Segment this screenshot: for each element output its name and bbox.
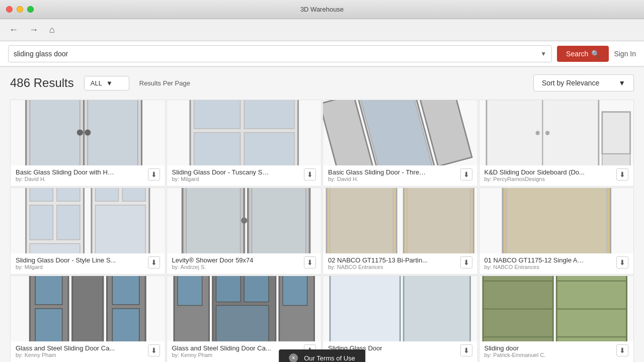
- download-button[interactable]: ⬇: [148, 256, 160, 268]
- download-button[interactable]: ⬇: [616, 344, 628, 356]
- item-info: Sliding Glass Door - Style Line S... by:…: [11, 253, 165, 274]
- svg-rect-33: [186, 188, 240, 253]
- terms-banner: × Our Terms of Use: [279, 349, 365, 362]
- item-author: by: Milgard: [16, 264, 148, 270]
- svg-rect-50: [35, 309, 62, 341]
- grid-item[interactable]: Basic Glass Sliding Door - Three ... by:…: [323, 100, 478, 187]
- svg-rect-29: [122, 188, 145, 202]
- results-header: 486 Results ALL ▼ Results Per Page Sort …: [10, 74, 634, 92]
- svg-point-35: [241, 218, 247, 224]
- search-input[interactable]: [14, 50, 540, 58]
- filter-dropdown[interactable]: ALL ▼: [84, 76, 129, 90]
- svg-rect-10: [244, 133, 294, 165]
- item-author: by: Andrzej S.: [172, 264, 304, 270]
- item-title: 02 NABCO GT1175-13 Bi-Partin...: [328, 256, 429, 264]
- grid-item[interactable]: Sliding Glass Door - Tuscany Ser... by: …: [167, 100, 322, 187]
- grid-item[interactable]: Sliding Glass Door - Style Line S... by:…: [10, 188, 166, 275]
- svg-point-5: [85, 130, 91, 136]
- svg-rect-59: [216, 305, 268, 341]
- grid-item[interactable]: 02 NABCO GT1175-13 Bi-Partin... by: NABC…: [323, 188, 478, 275]
- results-grid: Basic Glass Sliding Door with Ha... by: …: [10, 100, 634, 362]
- item-title: Glass and Steel Sliding Door Ca...: [172, 344, 273, 352]
- download-button[interactable]: ⬇: [148, 344, 160, 356]
- item-author: by: David H.: [16, 176, 148, 182]
- svg-rect-61: [282, 276, 307, 305]
- svg-rect-38: [330, 188, 393, 253]
- svg-rect-23: [30, 188, 53, 202]
- svg-point-20: [545, 131, 549, 135]
- svg-rect-34: [252, 188, 305, 253]
- minimize-button[interactable]: [17, 6, 23, 13]
- results-per-page-label: Results Per Page: [139, 79, 190, 87]
- item-text: Sliding Glass Door - Tuscany Ser... by: …: [172, 168, 304, 182]
- terms-label[interactable]: Our Terms of Use: [304, 354, 355, 362]
- forward-button[interactable]: →: [26, 23, 41, 37]
- download-button[interactable]: ⬇: [148, 168, 160, 180]
- back-button[interactable]: ←: [6, 23, 21, 37]
- item-image: [479, 188, 634, 253]
- svg-rect-17: [602, 112, 630, 154]
- item-title: Sliding Glass Door - Tuscany Ser...: [172, 168, 273, 176]
- search-icon: 🔍: [591, 50, 600, 58]
- svg-rect-9: [244, 100, 294, 129]
- maximize-button[interactable]: [27, 6, 34, 13]
- item-author: by: Milgard: [172, 176, 304, 182]
- searchbar: ▼ Search 🔍 Sign In: [0, 41, 644, 66]
- item-title: Basic Glass Sliding Door with Ha...: [16, 168, 116, 176]
- svg-point-4: [77, 130, 83, 136]
- item-image: [11, 188, 165, 253]
- download-button[interactable]: ⬇: [616, 168, 628, 180]
- sort-dropdown-icon: ▼: [618, 79, 625, 87]
- download-button[interactable]: ⬇: [304, 168, 316, 180]
- download-button[interactable]: ⬇: [460, 168, 472, 180]
- item-text: Levity® Shower Door 59x74 by: Andrzej S.: [172, 256, 304, 270]
- item-text: 02 NABCO GT1175-13 Bi-Partin... by: NABC…: [328, 256, 460, 270]
- home-button[interactable]: ⌂: [46, 23, 58, 37]
- item-info: 02 NABCO GT1175-13 Bi-Partin... by: NABC…: [323, 253, 477, 274]
- item-title: Basic Glass Sliding Door - Three ...: [328, 168, 429, 176]
- item-info: Sliding door by: Patrick-Emmanuel C. ⬇: [479, 341, 634, 362]
- item-info: 01 NABCO GT1175-12 Single All... by: NAB…: [479, 253, 634, 274]
- svg-rect-25: [30, 205, 53, 240]
- download-button[interactable]: ⬇: [304, 256, 316, 268]
- item-title: Sliding door: [485, 344, 585, 352]
- sort-dropdown[interactable]: Sort by Relevance ▼: [533, 74, 634, 92]
- filter-label: ALL: [91, 79, 102, 87]
- item-info: Glass and Steel Sliding Door Ca... by: K…: [11, 341, 165, 362]
- grid-item[interactable]: K&D Sliding Door Sideboard (Do... by: Pe…: [479, 100, 634, 187]
- item-image: [167, 100, 321, 165]
- item-author: by: David H.: [328, 176, 460, 182]
- svg-rect-52: [112, 309, 139, 341]
- search-button[interactable]: Search 🔍: [557, 46, 609, 62]
- item-image: [167, 188, 321, 253]
- grid-item[interactable]: Sliding door by: Patrick-Emmanuel C. ⬇: [479, 276, 634, 362]
- item-text: Basic Glass Sliding Door - Three ... by:…: [328, 168, 460, 182]
- window-controls: [6, 6, 34, 13]
- grid-item[interactable]: 01 NABCO GT1175-12 Single All... by: NAB…: [479, 188, 634, 275]
- grid-item[interactable]: Basic Glass Sliding Door with Ha... by: …: [10, 100, 166, 187]
- download-button[interactable]: ⬇: [460, 344, 472, 356]
- item-image: [323, 188, 477, 253]
- item-author: by: Kenny Pham: [16, 352, 148, 358]
- search-dropdown-icon[interactable]: ▼: [540, 50, 546, 57]
- grid-item[interactable]: ———— Glass and Steel Sliding Door Ca... …: [10, 276, 166, 362]
- terms-close-button[interactable]: ×: [289, 353, 298, 362]
- svg-rect-58: [244, 276, 269, 302]
- item-info: K&D Sliding Door Sideboard (Do... by: Pe…: [479, 165, 634, 186]
- item-title: Glass and Steel Sliding Door Ca...: [16, 344, 116, 352]
- close-button[interactable]: [6, 6, 13, 13]
- item-image: [479, 100, 634, 165]
- item-author: by: NABCO Entrances: [328, 264, 460, 270]
- item-text: Sliding door by: Patrick-Emmanuel C.: [485, 344, 617, 358]
- search-input-wrap[interactable]: ▼: [8, 45, 552, 62]
- item-text: 01 NABCO GT1175-12 Single All... by: NAB…: [485, 256, 617, 270]
- grid-item[interactable]: Levity® Shower Door 59x74 by: Andrzej S.…: [167, 188, 322, 275]
- sign-in-link[interactable]: Sign In: [614, 50, 636, 58]
- item-title: Levity® Shower Door 59x74: [172, 256, 273, 264]
- sort-label: Sort by Relevance: [542, 79, 599, 87]
- svg-rect-3: [88, 100, 138, 165]
- download-button[interactable]: ⬇: [460, 256, 472, 268]
- download-button[interactable]: ⬇: [616, 256, 628, 268]
- svg-rect-49: [35, 276, 62, 305]
- item-author: by: PercyRamosDesigns: [485, 176, 617, 182]
